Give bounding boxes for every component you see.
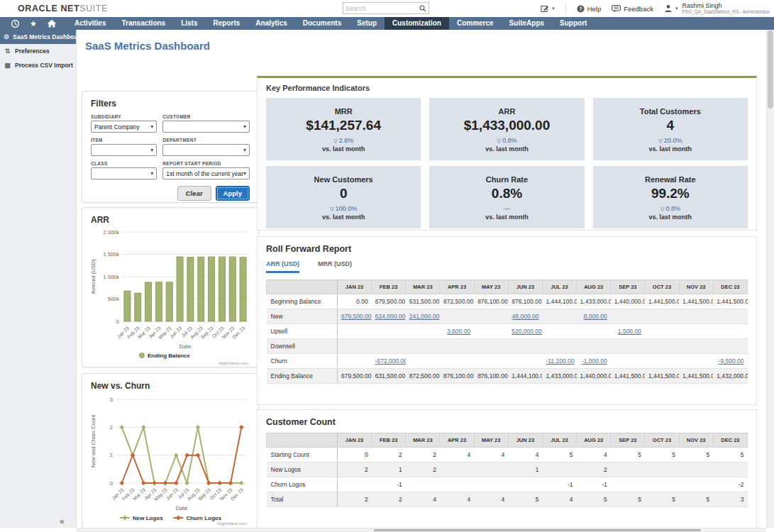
cell [440, 339, 474, 354]
bar-jan-23[interactable] [124, 291, 131, 321]
horizontal-scrollbar-thumb[interactable] [374, 529, 701, 531]
table-header-row: JAN 23FEB 23MAR 23APR 23MAY 23JUN 23JUL … [267, 433, 748, 448]
point-churn-logos-jul-23[interactable] [184, 453, 189, 458]
legend-churn-logos[interactable]: Churn Logos [173, 515, 221, 521]
filter-select-department[interactable]: ▾ [162, 144, 250, 156]
tab-arr-usd[interactable]: ARR (USD) [266, 260, 299, 273]
nav-item-suiteapps[interactable]: SuiteApps [502, 17, 552, 30]
cell-link[interactable]: -672,000.00 [375, 358, 406, 365]
point-new-logos-jan-23[interactable] [119, 425, 124, 430]
point-churn-logos-may-23[interactable] [163, 481, 168, 486]
feedback-button[interactable]: Feedback [612, 5, 653, 13]
bar-jul-23[interactable] [187, 257, 194, 321]
nav-item-setup[interactable]: Setup [349, 17, 385, 30]
legend-new-logos[interactable]: New Logos [120, 515, 163, 521]
cell-link[interactable]: -9,500.00 [719, 358, 744, 365]
nav-item-support[interactable]: Support [552, 17, 595, 30]
point-new-logos-aug-23[interactable] [196, 425, 201, 430]
home-icon[interactable] [43, 17, 61, 30]
cell: 1,432,000.00 [713, 369, 747, 384]
cell: 3 [713, 492, 747, 507]
bar-oct-23[interactable] [219, 257, 225, 321]
filter-select-customer[interactable]: ▾ [162, 121, 250, 133]
clear-button[interactable]: Clear [177, 186, 211, 201]
nav-item-lists[interactable]: Lists [173, 17, 205, 30]
vertical-scrollbar-thumb[interactable] [768, 31, 773, 109]
point-churn-logos-sep-23[interactable] [206, 481, 211, 486]
filter-select-item[interactable]: ▾ [91, 144, 157, 156]
nav-item-commerce[interactable]: Commerce [449, 17, 502, 30]
sidebar-item-process-csv-import[interactable]: ▦Process CSV Import [0, 58, 76, 72]
shortcuts-star-icon[interactable]: ★ [24, 17, 43, 30]
cell [611, 477, 645, 492]
filter-select-subsidiary[interactable]: Parent Company▾ [91, 121, 157, 133]
sidebar-item-saas-metrics-dashboard[interactable]: ⚙SaaS Metrics Dashboard [0, 30, 76, 44]
apply-button[interactable]: Apply [216, 186, 250, 201]
horizontal-scrollbar[interactable] [77, 528, 766, 532]
filter-select-class[interactable]: ▾ [91, 167, 157, 179]
table-row-upsell: Upsell3,600.00520,000.001,500.00 [267, 324, 748, 339]
cell-link[interactable]: 3,600.00 [447, 328, 470, 335]
point-churn-logos-apr-23[interactable] [152, 481, 157, 486]
vertical-scrollbar[interactable] [766, 30, 774, 528]
cell [542, 462, 576, 477]
bar-aug-23[interactable] [198, 257, 204, 321]
bar-mar-23[interactable] [145, 282, 152, 321]
bar-dec-23[interactable] [240, 257, 246, 321]
search-icon[interactable] [417, 5, 429, 12]
cell-link[interactable]: 624,000.00 [375, 313, 406, 320]
cell [542, 309, 576, 324]
cell [679, 354, 713, 369]
point-new-logos-mar-23[interactable] [141, 425, 146, 430]
point-churn-logos-dec-23[interactable] [239, 425, 244, 430]
point-churn-logos-nov-23[interactable] [228, 481, 233, 486]
nav-item-reports[interactable]: Reports [206, 17, 248, 30]
recent-records-clock-icon[interactable] [6, 17, 24, 30]
help-button[interactable]: ? Help [577, 5, 602, 13]
cell [474, 354, 508, 369]
cell-link[interactable]: 679,500.00 [341, 313, 372, 320]
bar-may-23[interactable] [166, 282, 172, 321]
bar-feb-23[interactable] [135, 293, 141, 321]
bar-jun-23[interactable] [177, 257, 183, 321]
point-new-logos-jun-23[interactable] [174, 453, 179, 458]
nav-item-analytics[interactable]: Analytics [248, 17, 294, 30]
nav-item-customization[interactable]: Customization [385, 17, 449, 30]
point-churn-logos-jan-23[interactable] [119, 481, 124, 486]
point-new-logos-jul-23[interactable] [184, 481, 189, 486]
cell-link[interactable]: -1,000.00 [582, 358, 607, 365]
cell-link[interactable]: -11,100.00 [546, 358, 574, 365]
kpi-label: Total Customers [593, 107, 748, 116]
sidebar-collapse-button[interactable]: « [60, 516, 65, 526]
cell-link[interactable]: 1,500.00 [618, 328, 641, 335]
point-churn-logos-aug-23[interactable] [196, 453, 201, 458]
point-churn-logos-mar-23[interactable] [141, 481, 146, 486]
cell-link[interactable]: 48,000.00 [512, 313, 539, 320]
cell: 631,500.00 [406, 294, 440, 309]
kpi-panel: Key Performance Indicators MRR$141,257.6… [257, 76, 757, 231]
svg-text:Ending Balance: Ending Balance [148, 353, 191, 359]
legend-ending-balance[interactable]: Ending Balance [139, 353, 191, 359]
tab-mrr-usd[interactable]: MRR (USD) [318, 260, 352, 273]
sidebar-item-preferences[interactable]: ⇅Preferences [0, 44, 76, 58]
nav-item-documents[interactable]: Documents [295, 17, 349, 30]
cell-link[interactable]: 520,000.00 [512, 328, 542, 335]
column-header-jul-23: JUL 23 [542, 280, 576, 294]
point-churn-logos-jun-23[interactable] [174, 481, 179, 486]
search-input[interactable] [343, 5, 417, 12]
bar-apr-23[interactable] [155, 282, 162, 321]
create-new-button[interactable]: ▾ [541, 4, 555, 13]
filter-select-report-start-period[interactable]: 1st month of the current year▾ [162, 167, 250, 179]
cell-link[interactable]: 241,000.00 [409, 313, 440, 320]
bar-sep-23[interactable] [209, 257, 215, 321]
nav-item-transactions[interactable]: Transactions [114, 17, 173, 30]
user-menu[interactable]: ▾ Rashmi Singh PSG_QA_SaaSMetrics_RS - A… [664, 2, 770, 15]
cell [406, 339, 440, 354]
point-churn-logos-feb-23[interactable] [131, 453, 136, 458]
cell-link[interactable]: 8,000.00 [584, 313, 607, 320]
nav-item-activities[interactable]: Activities [67, 17, 114, 30]
bar-nov-23[interactable] [229, 257, 236, 321]
netsuite-logo[interactable]: ORACLENETSUITE [18, 4, 108, 13]
point-churn-logos-oct-23[interactable] [217, 481, 222, 486]
point-new-logos-dec-23[interactable] [239, 481, 244, 486]
